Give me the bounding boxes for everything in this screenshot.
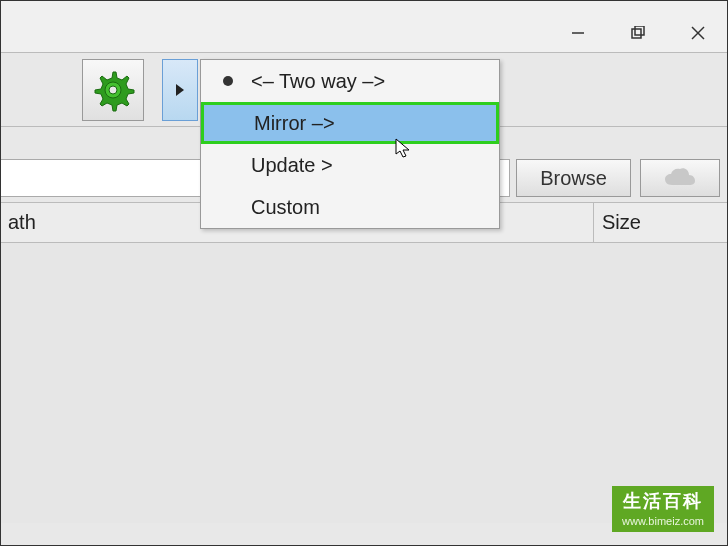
menu-item-custom[interactable]: Custom bbox=[201, 186, 499, 228]
menu-item-mirror[interactable]: Mirror –> bbox=[201, 102, 499, 144]
menu-item-label: Custom bbox=[251, 196, 320, 219]
menu-item-two-way[interactable]: <– Two way –> bbox=[201, 60, 499, 102]
cloud-button[interactable] bbox=[640, 159, 720, 197]
minimize-icon bbox=[571, 26, 585, 40]
toolbar: <– Two way –> Mirror –> Update > Custom bbox=[0, 52, 728, 127]
svg-rect-1 bbox=[632, 29, 641, 38]
menu-item-label: <– Two way –> bbox=[251, 70, 385, 93]
column-size[interactable]: Size bbox=[594, 203, 728, 242]
file-list-area bbox=[0, 243, 728, 523]
browse-label: Browse bbox=[540, 167, 607, 190]
minimize-button[interactable] bbox=[548, 18, 608, 48]
watermark-title: 生活百科 bbox=[623, 490, 703, 513]
maximize-icon bbox=[631, 26, 645, 40]
close-icon bbox=[691, 26, 705, 40]
svg-rect-2 bbox=[635, 26, 644, 35]
titlebar bbox=[0, 0, 728, 52]
browse-button[interactable]: Browse bbox=[516, 159, 631, 197]
bullet-icon bbox=[223, 76, 233, 86]
column-label: Size bbox=[602, 211, 641, 234]
menu-item-update[interactable]: Update > bbox=[201, 144, 499, 186]
gear-icon bbox=[91, 68, 135, 112]
sync-mode-dropdown-button[interactable] bbox=[162, 59, 198, 121]
column-label: ath bbox=[8, 211, 36, 234]
cloud-icon bbox=[663, 167, 697, 189]
arrow-right-icon bbox=[175, 83, 185, 97]
close-button[interactable] bbox=[668, 18, 728, 48]
watermark-url: www.bimeiz.com bbox=[622, 514, 704, 528]
menu-item-label: Update > bbox=[251, 154, 333, 177]
settings-button[interactable] bbox=[82, 59, 144, 121]
sync-mode-menu: <– Two way –> Mirror –> Update > Custom bbox=[200, 59, 500, 229]
watermark: 生活百科 www.bimeiz.com bbox=[612, 486, 714, 532]
svg-point-6 bbox=[109, 86, 117, 94]
menu-item-label: Mirror –> bbox=[254, 112, 335, 135]
maximize-button[interactable] bbox=[608, 18, 668, 48]
